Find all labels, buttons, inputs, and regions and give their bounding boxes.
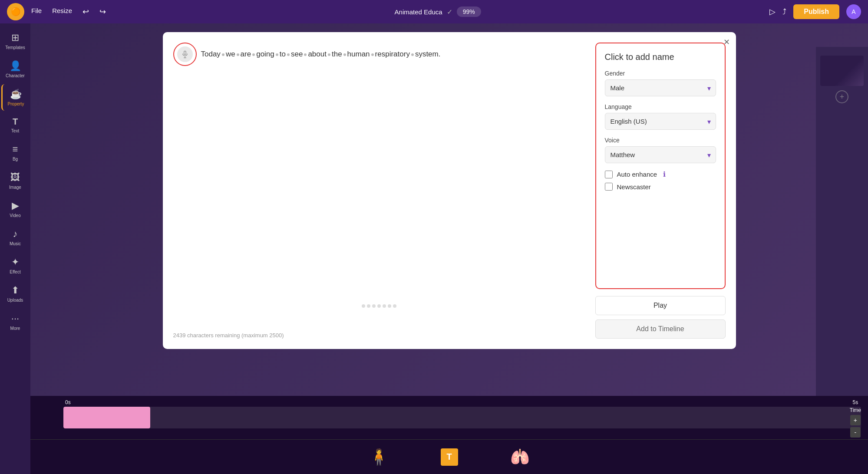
word-separator: [237, 53, 239, 56]
bottom-thumbnails: 🧍 T 🫁: [30, 439, 868, 474]
click-to-add-name[interactable]: Click to add name: [605, 52, 716, 62]
sidebar-item-property[interactable]: ☕ Property: [1, 84, 29, 111]
timeline-track[interactable]: [63, 407, 861, 428]
sidebar-item-bg[interactable]: ≡ Bg: [1, 139, 29, 166]
project-title[interactable]: Animated Educa: [395, 8, 442, 16]
uploads-icon: ⬆: [11, 285, 19, 296]
topbar-center: Animated Educa ✓ 99%: [113, 7, 762, 17]
more-label: More: [10, 326, 20, 331]
language-select[interactable]: English (US) English (UK) Spanish French: [605, 113, 716, 130]
svg-rect-0: [184, 51, 186, 55]
word-separator: [328, 53, 330, 56]
newscaster-checkbox[interactable]: [605, 183, 613, 191]
file-menu[interactable]: File: [31, 7, 42, 16]
word-going: going: [256, 50, 274, 58]
waveform-dot: [372, 304, 376, 308]
waveform-area: [173, 293, 585, 319]
main-layout: ⊞ Templates 👤 Character ☕ Property T Tex…: [0, 23, 868, 474]
sidebar-item-video[interactable]: ▶ Video: [1, 196, 29, 222]
gender-select-wrapper: Male Female ▾: [605, 79, 716, 96]
audio-row: Todaywearegoingtoseeaboutthehumanrespira…: [173, 43, 585, 66]
user-avatar[interactable]: A: [846, 4, 861, 19]
word-the: the: [332, 50, 342, 58]
time-plus-button[interactable]: +: [850, 415, 861, 425]
language-label: Language: [605, 103, 716, 110]
zoom-control[interactable]: 99%: [457, 7, 481, 17]
property-label: Property: [8, 102, 24, 106]
word-separator: [304, 53, 307, 56]
sidebar-item-uploads[interactable]: ⬆ Uploads: [1, 280, 29, 307]
resize-menu[interactable]: Resize: [52, 7, 72, 16]
voice-select-wrapper: Matthew Joey Justin Brian ▾: [605, 146, 716, 163]
timeline-clip[interactable]: [63, 407, 150, 428]
char-count: 2439 characters remaining (maximum 2500): [173, 332, 585, 339]
time-minus-button[interactable]: -: [850, 427, 861, 438]
app-logo[interactable]: 🟠: [7, 3, 24, 20]
sidebar-item-effect[interactable]: ✦ Effect: [1, 252, 29, 279]
play-icon[interactable]: ▷: [769, 7, 776, 16]
redo-icon[interactable]: ↪: [99, 7, 106, 16]
topbar-actions: ▷ ⤴ Publish A: [769, 4, 861, 19]
canvas-area: + ✕: [30, 23, 868, 396]
thumbnail-text[interactable]: T: [441, 448, 458, 466]
word-separator: [222, 53, 224, 56]
modal-left-panel: Todaywearegoingtoseeaboutthehumanrespira…: [173, 43, 585, 339]
gender-select[interactable]: Male Female: [605, 79, 716, 96]
word-we: we: [226, 50, 235, 58]
undo-icon[interactable]: ↩: [83, 7, 89, 16]
auto-enhance-checkbox[interactable]: [605, 171, 613, 178]
thumbnail-character[interactable]: 🧍: [369, 448, 389, 466]
word-today: Today: [201, 50, 221, 58]
sidebar-item-templates[interactable]: ⊞ Templates: [1, 28, 29, 54]
character-icon: 👤: [10, 60, 21, 72]
add-timeline-button[interactable]: Add to Timeline: [595, 319, 726, 339]
video-icon: ▶: [12, 200, 19, 211]
language-group: Language English (US) English (UK) Spani…: [605, 103, 716, 130]
play-button[interactable]: Play: [595, 296, 726, 315]
time-controls: + -: [850, 415, 861, 438]
voice-select[interactable]: Matthew Joey Justin Brian: [605, 146, 716, 163]
sidebar-item-character[interactable]: 👤 Character: [1, 56, 29, 82]
audio-inner-icon: [177, 46, 193, 62]
character-thumb-icon: 🧍: [369, 448, 389, 466]
word-about: about: [308, 50, 327, 58]
word-are: are: [241, 50, 251, 58]
text-icon: T: [13, 117, 18, 127]
sidebar-item-image[interactable]: 🖼 Image: [1, 168, 29, 194]
audio-play-button[interactable]: [173, 43, 197, 66]
sidebar-item-text[interactable]: T Text: [1, 112, 29, 138]
share-icon[interactable]: ⤴: [782, 7, 786, 16]
waveform-dots: [362, 304, 396, 308]
templates-label: Templates: [5, 45, 25, 50]
newscaster-label: Newscaster: [617, 183, 651, 191]
bg-label: Bg: [13, 157, 18, 161]
voice-label: Voice: [605, 137, 716, 144]
sidebar-item-more[interactable]: ··· More: [1, 309, 29, 335]
waveform-dot: [377, 304, 381, 308]
timeline-bar: 0s 5s Time + -: [30, 396, 868, 439]
time-label: Time: [850, 407, 861, 413]
word-separator: [287, 53, 290, 56]
waveform-dot: [383, 304, 386, 308]
info-icon[interactable]: ℹ: [663, 170, 666, 178]
character-label: Character: [6, 73, 25, 78]
left-sidebar: ⊞ Templates 👤 Character ☕ Property T Tex…: [0, 23, 30, 474]
more-icon: ···: [11, 313, 19, 324]
topbar-menu: File Resize ↩ ↪: [31, 7, 106, 16]
saved-icon: ✓: [447, 8, 452, 16]
timeline-end-label: 5s: [853, 399, 858, 405]
tts-sentence: Todaywearegoingtoseeaboutthehumanrespira…: [201, 48, 441, 60]
word-system: system.: [415, 50, 441, 58]
modal-close-button[interactable]: ✕: [723, 37, 730, 47]
publish-button[interactable]: Publish: [793, 4, 839, 19]
word-see: see: [291, 50, 303, 58]
word-separator: [411, 53, 414, 56]
thumbnail-lungs[interactable]: 🫁: [510, 448, 530, 466]
music-icon: ♪: [13, 228, 18, 240]
voice-group: Voice Matthew Joey Justin Brian: [605, 137, 716, 163]
timeline-right: 5s Time + -: [850, 399, 861, 438]
word-human: human: [347, 50, 370, 58]
sidebar-item-music[interactable]: ♪ Music: [1, 224, 29, 250]
voice-settings-box: Click to add name Gender Male Female: [595, 43, 726, 289]
waveform-dot: [393, 304, 396, 308]
